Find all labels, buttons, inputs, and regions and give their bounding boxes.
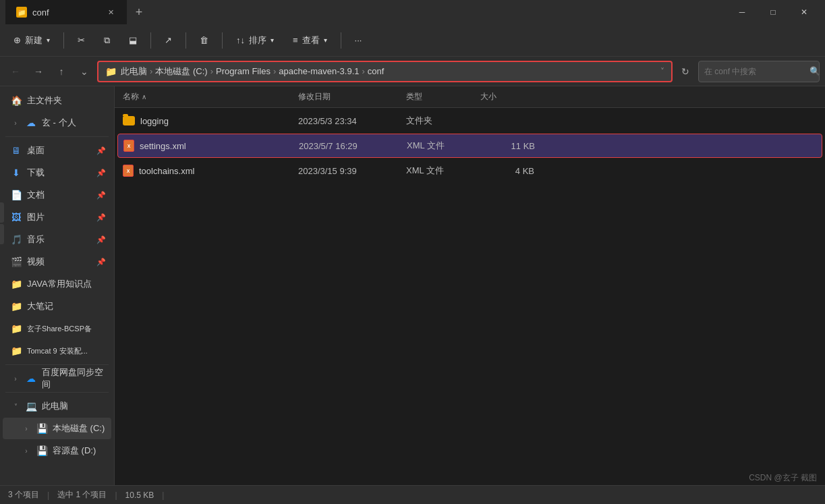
path-maven: apache-maven-3.9.1 (279, 66, 359, 76)
file-row[interactable]: logging 2023/5/3 23:34 文件夹 (117, 109, 822, 133)
sidebar-item-music[interactable]: 🎵 音乐 📌 (3, 229, 111, 250)
more-button[interactable]: ··· (347, 28, 370, 53)
col-date-header[interactable]: 修改日期 (295, 86, 403, 107)
sidebar-thispc-label: 此电脑 (42, 400, 106, 412)
cdrive-expand-icon: › (22, 425, 31, 432)
maximize-button[interactable]: □ (758, 0, 789, 24)
file-list: logging 2023/5/3 23:34 文件夹 X settings.xm… (115, 108, 825, 485)
sidebar-item-documents[interactable]: 📄 文档 📌 (3, 184, 111, 206)
sidebar-documents-label: 文档 (27, 189, 91, 201)
sidebar-item-desktop[interactable]: 🖥 桌面 📌 (3, 140, 111, 161)
share-button[interactable]: ↗ (157, 28, 180, 53)
sidebar-item-cdrive[interactable]: › 💾 本地磁盘 (C:) (3, 418, 111, 439)
paste-button[interactable]: ⬓ (121, 28, 145, 53)
sidebar-item-cloud[interactable]: › ☁ 玄 - 个人 (3, 112, 111, 134)
edge-tab-2[interactable] (0, 224, 4, 244)
path-current: conf (368, 66, 385, 76)
file-name: logging (140, 116, 169, 126)
sidebar-item-baidu[interactable]: › ☁ 百度网盘同步空间 (3, 368, 111, 389)
col-type-header[interactable]: 类型 (403, 86, 478, 107)
forward-button[interactable]: → (28, 61, 49, 82)
toolbar: ⊕ 新建 ▾ ✂ ⧉ ⬓ ↗ 🗑 ↑↓ 排序 ▾ ≡ 查看 ▾ ··· (0, 24, 825, 57)
videos-icon: 🎬 (11, 256, 22, 267)
col-date-label: 修改日期 (298, 91, 331, 103)
file-name: settings.xml (140, 141, 186, 151)
addressbar-folder-icon: 📁 (105, 66, 117, 77)
file-row[interactable]: X toolchains.xml 2023/3/15 9:39 XML 文件 4… (117, 159, 822, 183)
search-box[interactable]: 🔍 (698, 61, 820, 82)
sidebar-share-label: 玄子Share-BCSP备 (27, 324, 106, 334)
status-bar: 3 个项目 | 选中 1 个项目 | 10.5 KB | (0, 485, 825, 504)
pin-icon-2: 📌 (96, 169, 106, 177)
sidebar-item-tomcat[interactable]: 📁 Tomcat 9 安装配... (3, 340, 111, 362)
sidebar-videos-label: 视频 (27, 256, 91, 268)
sidebar-music-label: 音乐 (27, 233, 91, 246)
title-bar: 📁 conf ✕ + ─ □ ✕ (0, 0, 825, 24)
file-size: 4 KB (515, 166, 534, 176)
trash-icon: 🗑 (200, 35, 208, 45)
sidebar-item-thispc[interactable]: ˅ 💻 此电脑 (3, 395, 111, 417)
share-folder-icon: 📁 (11, 323, 22, 334)
sidebar-item-pictures[interactable]: 🖼 图片 📌 (3, 206, 111, 228)
expand-button[interactable]: ⌄ (74, 61, 94, 82)
sidebar-item-downloads[interactable]: ⬇ 下载 📌 (3, 162, 111, 184)
sidebar-tomcat-label: Tomcat 9 安装配... (27, 346, 106, 356)
view-button[interactable]: ≡ 查看 ▾ (285, 28, 335, 53)
up-arrow-button[interactable]: ↑ (51, 61, 72, 82)
close-button[interactable]: ✕ (789, 0, 820, 24)
sort-button[interactable]: ↑↓ 排序 ▾ (228, 28, 282, 53)
file-name-cell: logging (123, 116, 298, 126)
col-name-label: 名称 (123, 91, 139, 103)
home-icon: 🏠 (11, 95, 22, 106)
ddrive-expand-icon: › (22, 447, 31, 455)
file-date-cell: 2023/3/15 9:39 (298, 166, 406, 176)
file-type: XML 文件 (407, 140, 445, 152)
pc-icon: 💻 (26, 401, 36, 412)
new-button[interactable]: ⊕ 新建 ▾ (5, 28, 58, 53)
sidebar-ddrive-label: 容源盘 (D:) (53, 445, 106, 457)
copy-button[interactable]: ⧉ (96, 28, 118, 53)
col-name-header[interactable]: 名称 ∧ (120, 86, 295, 107)
sidebar-item-notes[interactable]: 📁 大笔记 (3, 296, 111, 317)
delete-button[interactable]: 🗑 (192, 28, 217, 53)
file-name-cell: X toolchains.xml (123, 165, 298, 177)
cut-button[interactable]: ✂ (69, 28, 93, 53)
toolbar-separator-1 (63, 32, 64, 49)
cloud-icon: ☁ (26, 117, 36, 128)
pin-icon-6: 📌 (96, 258, 106, 267)
file-type-cell: XML 文件 (406, 165, 480, 177)
tab-conf[interactable]: 📁 conf ✕ (5, 0, 127, 24)
back-button[interactable]: ← (5, 61, 26, 82)
sidebar-item-home[interactable]: 🏠 主文件夹 (3, 90, 111, 111)
file-row[interactable]: X settings.xml 2023/5/7 16:29 XML 文件 11 … (117, 134, 822, 158)
file-date: 2023/5/3 23:34 (298, 116, 357, 126)
path-drive: 本地磁盘 (C:) (155, 65, 207, 78)
cloud-expand-icon: › (11, 119, 20, 127)
edge-tab-1[interactable] (0, 202, 4, 223)
sidebar-divider-2 (5, 364, 109, 365)
sidebar-item-java[interactable]: 📁 JAVA常用知识点 (3, 273, 111, 295)
col-type-label: 类型 (406, 91, 422, 103)
toolbar-separator-3 (186, 32, 186, 49)
new-tab-button[interactable]: + (127, 0, 151, 24)
sidebar-item-share[interactable]: 📁 玄子Share-BCSP备 (3, 318, 111, 339)
sidebar-divider-3 (5, 392, 109, 393)
downloads-icon: ⬇ (11, 167, 22, 178)
tab-close-button[interactable]: ✕ (105, 7, 116, 18)
tomcat-folder-icon: 📁 (11, 345, 22, 356)
sidebar-item-ddrive[interactable]: › 💾 容源盘 (D:) (3, 440, 111, 461)
pin-icon: 📌 (96, 146, 106, 155)
search-icon[interactable]: 🔍 (809, 66, 820, 76)
address-bar[interactable]: 📁 此电脑 › 本地磁盘 (C:) › Program Files › apac… (97, 61, 673, 82)
col-size-label: 大小 (480, 91, 496, 103)
path-pc: 此电脑 (121, 65, 147, 78)
minimize-button[interactable]: ─ (727, 0, 758, 24)
toolbar-separator-4 (222, 32, 223, 49)
col-size-header[interactable]: 大小 (478, 86, 532, 107)
sidebar-item-videos[interactable]: 🎬 视频 📌 (3, 251, 111, 273)
search-input[interactable] (704, 67, 805, 76)
tab-folder-icon: 📁 (16, 7, 27, 18)
tab-strip: 📁 conf ✕ + (5, 0, 727, 24)
refresh-button[interactable]: ↻ (675, 61, 695, 82)
share-icon: ↗ (165, 35, 172, 45)
